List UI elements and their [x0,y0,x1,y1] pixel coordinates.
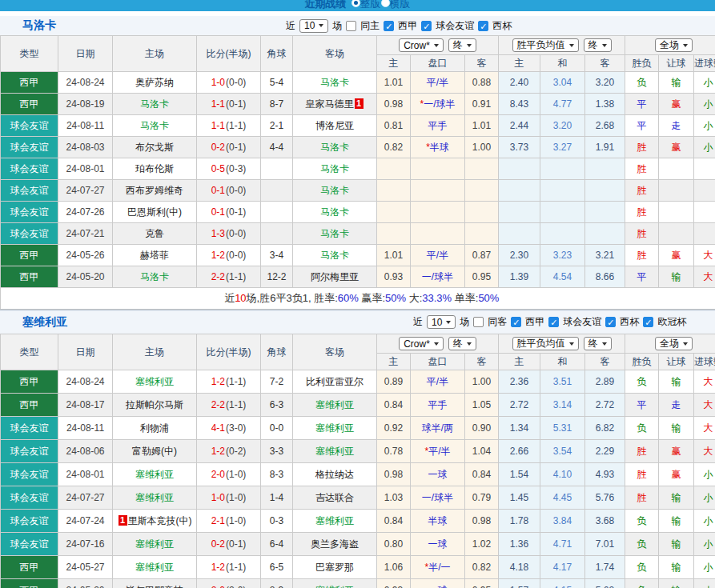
team-link[interactable]: 拉斯帕尔马斯 [126,399,183,410]
team-link[interactable]: 塞维利亚 [135,376,174,387]
avg-home-cell: 2.66 [499,440,540,463]
team-link[interactable]: 塞维利亚 [135,469,174,480]
team-link[interactable]: 塞维利亚 [135,538,174,550]
header-row: 类型日期主场比分(半场)角球客场Crow*终胜平负均值终全场 [1,36,715,55]
scope-select[interactable]: 全场 [655,38,693,52]
team-link[interactable]: 利物浦 [140,422,169,434]
avg-away-cell [585,158,625,180]
result-cell: 胜 [625,202,659,223]
team-link[interactable]: 塞维利亚 [315,585,354,588]
league-filter-label: 西杯 [620,315,639,329]
avg-draw-cell: 3.51 [540,370,585,394]
team-link[interactable]: 格拉纳达 [315,469,354,480]
avg-home-cell [499,158,540,180]
score-cell: 2-1(1-0) [197,510,261,533]
team-link[interactable]: 塞维利亚 [315,399,354,410]
score-cell: 0-2(0-1) [197,533,261,556]
odds-time-select[interactable]: 终 [448,38,476,52]
halftime-score: (2-0) [226,585,246,588]
team-link[interactable]: 塞维利亚 [315,446,354,457]
team-link[interactable]: 西布罗姆维奇 [126,185,183,196]
team-link[interactable]: 巴塞罗那 [315,562,354,573]
avg-away-cell: 1.38 [585,94,625,115]
team-link[interactable]: 比利亚雷亚尔 [306,376,364,387]
league-filter-checkbox[interactable]: ✓ [384,21,394,31]
view-mode-radio[interactable] [381,0,390,7]
bookmaker-select[interactable]: Crow* [399,38,444,52]
league-filter-checkbox[interactable]: ✓ [643,317,653,327]
team-link[interactable]: 皇家马德里 [306,98,354,110]
date-cell: 24-05-26 [58,245,113,266]
team-link[interactable]: 马洛卡 [140,271,169,282]
avg-type-select[interactable]: 胜平负均值 [512,38,579,52]
team-link[interactable]: 阿尔梅里亚 [311,271,359,282]
same-venue-checkbox[interactable] [473,317,484,327]
team-link[interactable]: 塞维利亚 [135,492,174,503]
avg-home-cell: 4.18 [499,556,540,579]
handicap-cell: 一/球半 [411,266,465,288]
team-link[interactable]: 克鲁 [145,228,164,239]
team-link[interactable]: 博洛尼亚 [315,120,354,131]
avg-away-cell: 2.68 [585,115,625,137]
result-cell: 负 [625,579,659,588]
score-cell: 2-0(2-0) [197,579,261,588]
team-link[interactable]: 马洛卡 [140,98,169,110]
team-link[interactable]: 吉达联合 [315,492,354,503]
avg-time-select[interactable]: 终 [584,38,612,52]
bookmaker-select[interactable]: Crow* [399,337,444,350]
odds-home-cell [377,180,411,202]
league-filter-checkbox[interactable]: ✓ [478,21,488,31]
recent-count-select[interactable]: 10 [299,19,328,33]
team-link[interactable]: 珀布伦斯 [135,163,174,174]
team-link[interactable]: 马洛卡 [320,163,349,174]
same-venue-checkbox[interactable] [346,21,356,31]
avg-type-select[interactable]: 胜平负均值 [512,337,579,350]
team-link[interactable]: 布尔戈斯 [135,142,174,153]
league-filter-label: 球会友谊 [436,19,474,33]
odds-time-select[interactable]: 终 [448,337,476,350]
team-link[interactable]: 奥萨苏纳 [135,77,174,88]
league-filter-checkbox[interactable]: ✓ [511,317,521,327]
team-link[interactable]: 巴恩斯利(中) [127,206,182,218]
goals-result-cell: 大 [694,417,715,440]
team-link[interactable]: 塞维利亚 [315,422,354,434]
team-link[interactable]: 马洛卡 [320,228,349,239]
avg-home-cell: 1.45 [499,486,540,510]
league-filter-label: 西甲 [525,315,544,329]
team-link[interactable]: 马洛卡 [320,185,349,196]
recent-count-select[interactable]: 10 [427,315,456,329]
team-link[interactable]: 毕尔巴鄂竞技 [126,585,183,588]
team-link[interactable]: 富勒姆(中) [132,446,177,457]
handicap-cell: 一球 [411,463,465,486]
league-filter-checkbox[interactable]: ✓ [605,317,616,327]
team-link[interactable]: 马洛卡 [320,250,349,261]
team-link[interactable]: 赫塔菲 [140,250,169,261]
sub-column-header: 让球 [659,354,694,370]
result-cell: 平 [625,94,659,115]
team-link[interactable]: 奥兰多海盗 [311,538,359,550]
recent-count-select-value: 10 [304,20,315,31]
team-link[interactable]: 马洛卡 [320,142,349,153]
league-filter-checkbox[interactable]: ✓ [421,21,432,31]
view-mode-radio-selected[interactable] [351,0,360,7]
home-team-cell: 塞维利亚 [113,463,197,486]
chevron-down-icon [319,24,323,27]
league-filter-checkbox[interactable]: ✓ [548,317,559,327]
home-team-cell: 利物浦 [113,417,197,440]
league-type-cell: 球会友谊 [1,180,58,202]
team-link[interactable]: 马洛卡 [320,77,349,88]
team-link[interactable]: 马洛卡 [320,206,349,218]
summary-text: 大: [406,292,422,304]
goals-result-cell: 大 [694,266,715,288]
team-link[interactable]: 里斯本竞技(中) [128,515,192,526]
avg-time-select[interactable]: 终 [584,337,612,350]
avg-draw-cell: 3.27 [540,137,585,158]
scope-select[interactable]: 全场 [655,337,693,350]
column-header: 主场 [113,36,197,72]
handicap-cell [411,223,465,245]
avg-away-cell: 3.20 [585,72,625,94]
team-link[interactable]: 塞维利亚 [135,562,174,573]
league-type-cell: 西甲 [1,579,58,588]
team-link[interactable]: 塞维利亚 [315,515,354,526]
team-link[interactable]: 马洛卡 [140,120,169,131]
